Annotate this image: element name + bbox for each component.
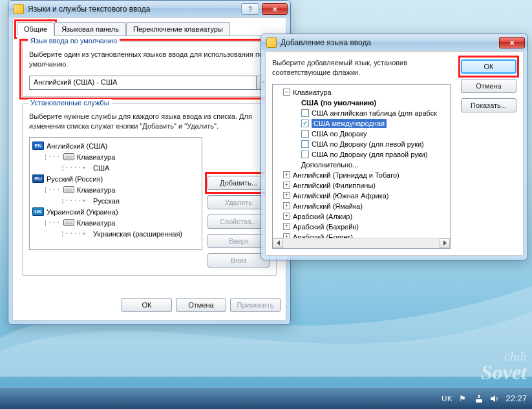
expand-icon[interactable]: + (283, 202, 290, 209)
ok-button[interactable]: ОК (122, 298, 172, 312)
expand-icon[interactable]: + (283, 192, 290, 199)
svg-rect-0 (478, 395, 480, 398)
keyboard-icon (63, 186, 74, 193)
group-default-input-language: Язык ввода по умолчанию Выберите один из… (22, 41, 277, 97)
keyboard-icon (63, 219, 74, 226)
list-item[interactable]: Русская (93, 197, 120, 205)
default-language-combo[interactable]: Английский (США) - США (29, 76, 270, 90)
scroll-right-icon[interactable] (440, 238, 450, 248)
svg-marker-2 (491, 395, 495, 402)
tree-item[interactable]: Арабский (Алжир) (293, 213, 352, 220)
tree-item[interactable]: США по Двораку (для правой руки) (312, 151, 427, 158)
checkbox[interactable] (301, 140, 309, 148)
tray-flag-icon[interactable]: ⚑ (459, 394, 468, 403)
help-button-icon[interactable]: ? (241, 3, 259, 15)
tree-item[interactable]: США (по умолчанию) (301, 99, 376, 107)
keyboard-icon (63, 153, 74, 160)
close-button-icon[interactable]: ✕ (262, 3, 288, 15)
list-item[interactable]: США (93, 164, 109, 172)
tray-volume-icon[interactable] (490, 394, 499, 403)
tree-item[interactable]: США по Двораку (312, 130, 367, 138)
svg-rect-1 (476, 399, 482, 403)
language-badge-uk: UK (32, 207, 44, 216)
tree-item[interactable]: Английский (Филиппины) (293, 182, 376, 189)
cancel-button[interactable]: Отмена (176, 298, 226, 312)
checkbox[interactable] (301, 109, 309, 117)
combo-value: Английский (США) - США (30, 76, 256, 89)
window-title: Добавление языка ввода (281, 38, 499, 47)
installed-services-list[interactable]: EN Английский (США) ¦··· Клавиатура ¦···… (29, 137, 202, 250)
list-item[interactable]: Клавиатура (77, 219, 116, 227)
tree-item[interactable]: Арабский (Бахрейн) (293, 223, 359, 231)
list-item[interactable]: Русский (Россия) (47, 175, 103, 183)
watermark: clubSovet (481, 351, 527, 382)
tree-item[interactable]: Клавиатура (293, 89, 332, 96)
list-item[interactable]: Английский (США) (47, 142, 107, 150)
preview-button[interactable]: Показать... (461, 98, 516, 112)
group-label: Установленные службы (28, 99, 112, 107)
installed-services-desc: Выберите нужные службы для каждого языка… (29, 112, 270, 131)
expand-icon[interactable]: + (283, 182, 290, 189)
app-icon (266, 37, 277, 48)
tab-general[interactable]: Общие (17, 22, 54, 36)
tab-keyboard-switching[interactable]: Переключение клавиатуры (126, 22, 230, 36)
tree-item[interactable]: Английский (Ямайка) (293, 202, 363, 210)
tray-language-indicator[interactable]: UK (442, 395, 452, 403)
list-item[interactable]: Клавиатура (77, 153, 116, 161)
tray-clock[interactable]: 22:27 (505, 393, 527, 403)
horizontal-scrollbar[interactable] (273, 238, 450, 248)
cancel-button[interactable]: Отмена (461, 79, 516, 93)
language-badge-en: EN (32, 142, 44, 150)
taskbar[interactable]: UK ⚑ 22:27 (0, 387, 532, 409)
window-add-input-language: Добавление языка ввода ✕ Выберите добавл… (261, 34, 528, 260)
group-installed-services: Установленные службы Выберите нужные слу… (22, 103, 277, 277)
default-language-desc: Выберите один из установленных языков вв… (29, 50, 270, 69)
add-language-desc: Выберите добавляемый язык, установив соо… (272, 58, 451, 78)
tray-network-icon[interactable] (474, 394, 484, 403)
window-title: Языки и службы текстового ввода (28, 5, 241, 14)
expand-icon[interactable]: + (283, 223, 290, 230)
titlebar[interactable]: Языки и службы текстового ввода ? ✕ (8, 1, 290, 17)
list-item[interactable]: Украинская (расширенная) (93, 230, 182, 238)
tree-item[interactable]: Английский (Южная Африка) (293, 192, 389, 200)
tree-item-selected[interactable]: США международная (312, 119, 387, 128)
window-text-services: Языки и службы текстового ввода ? ✕ Общи… (8, 0, 291, 325)
apply-button[interactable]: Применить (230, 298, 281, 312)
group-label: Язык ввода по умолчанию (28, 37, 120, 45)
list-item[interactable]: Клавиатура (77, 186, 116, 194)
language-tree[interactable]: − Клавиатура США (по умолчанию) США англ… (272, 84, 451, 249)
ok-button[interactable]: ОК (461, 59, 516, 74)
app-icon (14, 4, 24, 14)
checkbox[interactable]: ✓ (301, 120, 309, 127)
tab-language-panel[interactable]: Языковая панель (54, 22, 126, 36)
language-badge-ru: RU (32, 174, 44, 183)
collapse-icon[interactable]: − (283, 89, 290, 96)
tree-item[interactable]: Дополнительно... (301, 161, 358, 169)
expand-icon[interactable]: + (283, 171, 290, 178)
tree-item[interactable]: США английская таблица (для арабск (312, 109, 437, 117)
checkbox[interactable] (301, 151, 309, 158)
checkbox[interactable] (301, 130, 309, 138)
titlebar[interactable]: Добавление языка ввода ✕ (261, 34, 527, 51)
expand-icon[interactable]: + (283, 213, 290, 220)
list-item[interactable]: Украинский (Украина) (47, 208, 118, 216)
close-button-icon[interactable]: ✕ (499, 37, 525, 48)
tree-item[interactable]: США по Двораку (для левой руки) (312, 140, 424, 148)
tree-item[interactable]: Английский (Тринидад и Тобаго) (293, 171, 399, 179)
scroll-left-icon[interactable] (273, 238, 283, 248)
